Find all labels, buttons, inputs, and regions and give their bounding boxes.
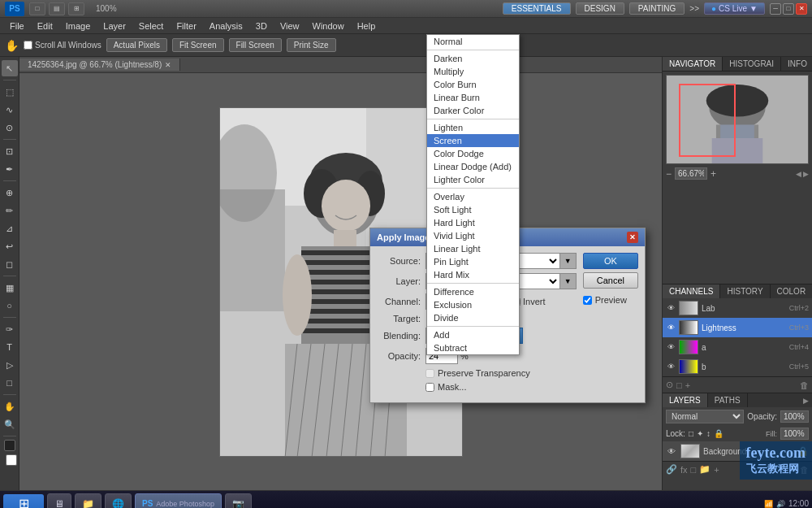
menu-select[interactable]: Select: [132, 20, 171, 33]
fill-screen-btn[interactable]: Fill Screen: [229, 38, 282, 52]
dd-soft-light[interactable]: Soft Light: [427, 203, 519, 216]
new-file-icon[interactable]: □: [29, 2, 45, 15]
minimize-btn[interactable]: ─: [770, 3, 781, 15]
menu-3d[interactable]: 3D: [249, 20, 274, 33]
dd-linear-dodge[interactable]: Linear Dodge (Add): [427, 160, 519, 173]
layer-fx-btn[interactable]: fx: [680, 465, 688, 475]
maximize-btn[interactable]: □: [783, 3, 794, 15]
foreground-color[interactable]: [4, 440, 15, 451]
color-tab[interactable]: COLOR: [771, 284, 812, 298]
dd-overlay[interactable]: Overlay: [427, 190, 519, 203]
blend-mode-dropdown[interactable]: Normal Darken Multiply Color Burn Linear…: [426, 34, 520, 355]
menu-file[interactable]: File: [3, 20, 31, 33]
navigator-tab[interactable]: NAVIGATOR: [663, 57, 723, 71]
layer-mask-btn[interactable]: □: [691, 465, 697, 475]
dd-color-dodge[interactable]: Color Dodge: [427, 147, 519, 160]
scroll-all-checkbox[interactable]: [24, 41, 32, 50]
close-btn[interactable]: ✕: [796, 3, 807, 15]
dd-lighter-color[interactable]: Lighter Color: [427, 173, 519, 186]
nav-zoom-input[interactable]: [675, 167, 707, 180]
taskbar-app-ps[interactable]: PS Adobe Photoshop: [135, 493, 222, 509]
menu-window[interactable]: Window: [306, 20, 351, 33]
eyedropper-tool[interactable]: ✒: [2, 161, 18, 177]
dd-color-burn[interactable]: Color Burn: [427, 78, 519, 91]
fill-input[interactable]: [780, 428, 809, 440]
clone-tool[interactable]: ⊿: [2, 220, 18, 237]
save-selection-btn[interactable]: □: [676, 380, 682, 390]
document-tab[interactable]: 14256364.jpg @ 66.7% (Lightness/8) ✕: [19, 59, 180, 71]
hand-tool[interactable]: ✋: [2, 398, 18, 415]
dd-hard-mix[interactable]: Hard Mix: [427, 268, 519, 281]
zoom-out-btn[interactable]: −: [666, 168, 672, 180]
taskbar-app-2[interactable]: 📁: [75, 493, 102, 509]
preview-checkbox[interactable]: [583, 296, 592, 305]
shape-tool[interactable]: □: [2, 375, 18, 391]
more-btn[interactable]: >>: [689, 4, 699, 13]
channel-a[interactable]: 👁 a Ctrl+4: [663, 337, 812, 357]
menu-view[interactable]: View: [274, 20, 306, 33]
lock-position-btn[interactable]: ↕: [706, 429, 710, 438]
menu-filter[interactable]: Filter: [170, 20, 202, 33]
dd-add[interactable]: Add: [427, 328, 519, 341]
channel-lightness[interactable]: 👁 Lightness Ctrl+3: [663, 318, 812, 337]
menu-layer[interactable]: Layer: [97, 20, 132, 33]
info-tab[interactable]: INFO: [781, 57, 812, 71]
start-button[interactable]: ⊞: [3, 494, 44, 509]
actual-pixels-btn[interactable]: Actual Pixels: [106, 38, 167, 52]
layer-arrow[interactable]: ▼: [560, 273, 577, 289]
crop-tool[interactable]: ⊡: [2, 143, 18, 159]
brush-tool[interactable]: ✏: [2, 202, 18, 219]
text-tool[interactable]: T: [2, 339, 18, 355]
tab-close-btn[interactable]: ✕: [165, 61, 171, 69]
marquee-tool[interactable]: ⬚: [2, 84, 18, 100]
heal-tool[interactable]: ⊕: [2, 185, 18, 201]
menu-analysis[interactable]: Analysis: [203, 20, 249, 33]
history-brush-tool[interactable]: ↩: [2, 238, 18, 254]
new-channel-btn[interactable]: +: [685, 380, 690, 390]
lasso-tool[interactable]: ∿: [2, 102, 18, 118]
dd-pin-light[interactable]: Pin Light: [427, 255, 519, 268]
histogram-tab[interactable]: HISTOGRAI: [723, 57, 781, 71]
dialog-close-btn[interactable]: ✕: [627, 232, 638, 243]
lock-image-btn[interactable]: ✦: [697, 429, 703, 438]
taskbar-app-1[interactable]: 🖥: [47, 493, 71, 509]
layers-panel-menu[interactable]: ▶: [803, 397, 809, 405]
essentials-btn[interactable]: ESSENTIALS: [503, 2, 571, 15]
dd-exclusion[interactable]: Exclusion: [427, 298, 519, 311]
delete-channel-btn[interactable]: 🗑: [800, 380, 809, 390]
dd-darken[interactable]: Darken: [427, 52, 519, 65]
layers-opacity-input[interactable]: [780, 410, 809, 423]
paths-tab[interactable]: PATHS: [708, 393, 748, 407]
source-arrow[interactable]: ▼: [560, 253, 577, 269]
zoom-tool[interactable]: 🔍: [2, 416, 18, 432]
lock-transparent-btn[interactable]: □: [689, 429, 693, 438]
channels-tab[interactable]: CHANNELS: [663, 284, 720, 298]
taskbar-app-5[interactable]: 📷: [225, 493, 252, 509]
painting-btn[interactable]: PAINTING: [629, 2, 685, 15]
load-channel-btn[interactable]: ⊙: [666, 380, 673, 390]
menu-edit[interactable]: Edit: [31, 20, 59, 33]
mini-bridge-icon[interactable]: ⊞: [68, 2, 84, 15]
background-color[interactable]: [6, 454, 17, 466]
zoom-in-btn[interactable]: +: [710, 168, 716, 180]
menu-help[interactable]: Help: [351, 20, 382, 33]
dd-subtract[interactable]: Subtract: [427, 341, 519, 354]
new-layer-group-btn[interactable]: 📁: [699, 464, 710, 475]
dd-difference[interactable]: Difference: [427, 285, 519, 298]
menu-image[interactable]: Image: [59, 20, 97, 33]
layer-visibility-icon[interactable]: 👁: [666, 445, 677, 457]
channel-lab[interactable]: 👁 Lab Ctrl+2: [663, 298, 812, 318]
dd-linear-light[interactable]: Linear Light: [427, 242, 519, 255]
channel-b[interactable]: 👁 b Ctrl+5: [663, 357, 812, 376]
layers-tab[interactable]: LAYERS: [663, 393, 708, 407]
quick-select-tool[interactable]: ⊙: [2, 119, 18, 136]
nav-right-btn[interactable]: ▶: [803, 170, 809, 178]
dd-hard-light[interactable]: Hard Light: [427, 216, 519, 229]
dd-divide[interactable]: Divide: [427, 311, 519, 324]
cancel-button[interactable]: Cancel: [583, 272, 638, 289]
ok-button[interactable]: OK: [583, 253, 638, 269]
preserve-checkbox[interactable]: [425, 369, 434, 378]
path-select-tool[interactable]: ▷: [2, 357, 18, 373]
eraser-tool[interactable]: ◻: [2, 256, 18, 272]
gradient-tool[interactable]: ▦: [2, 280, 18, 296]
